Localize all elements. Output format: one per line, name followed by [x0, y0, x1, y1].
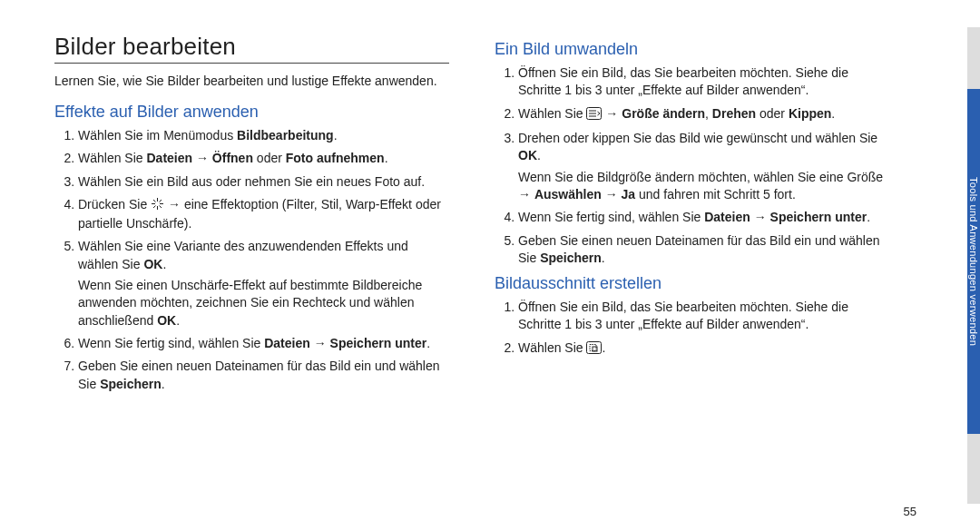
step-bold: Foto aufnehmen	[286, 151, 385, 165]
step-text: Wählen Sie im Menümodus	[78, 128, 237, 143]
page-number: 55	[904, 505, 916, 518]
step-bold: Größe ändern	[622, 106, 705, 121]
section-transform-title: Ein Bild umwandeln	[495, 40, 889, 59]
arrow: →	[192, 151, 212, 165]
page-content: Bilder bearbeiten Lernen Sie, wie Sie Bi…	[0, 0, 944, 531]
svg-line-6	[160, 200, 162, 202]
list-item: Wählen Sie ein Bild aus oder nehmen Sie …	[78, 173, 449, 191]
step-text: ,	[705, 106, 712, 121]
list-item: Wenn Sie fertig sind, wählen Sie Dateien…	[518, 209, 889, 226]
right-column: Ein Bild umwandeln Öffnen Sie ein Bild, …	[495, 33, 889, 513]
magic-effect-icon	[151, 197, 164, 215]
step-bold: Dateien	[264, 336, 310, 350]
step-text: Drücken Sie	[78, 197, 151, 211]
step-text: .	[831, 106, 835, 121]
step-text: Wenn Sie fertig sind, wählen Sie	[518, 210, 704, 224]
step-text: .	[867, 210, 870, 224]
arrow: →	[310, 336, 330, 350]
section-effects-title: Effekte auf Bilder anwenden	[54, 103, 449, 122]
crop-steps: Öffnen Sie ein Bild, das Sie bearbeiten …	[495, 299, 889, 359]
step-bold: OK	[518, 148, 537, 162]
list-item: Drehen oder kippen Sie das Bild wie gewü…	[518, 130, 889, 203]
step-bold: Bildbearbeitung	[237, 128, 334, 143]
title-rule	[54, 63, 449, 64]
step-text: Wählen Sie	[518, 340, 586, 355]
step-text: Wenn Sie fertig sind, wählen Sie	[78, 336, 264, 350]
list-item: Wählen Sie im Menümodus Bildbearbeitung.	[78, 127, 449, 144]
step-note: Wenn Sie einen Unschärfe-Effekt auf best…	[78, 277, 449, 329]
note-bold: Auswählen	[534, 187, 602, 202]
note-bold: OK	[157, 313, 176, 328]
step-text: .	[537, 148, 541, 162]
step-bold: OK	[143, 257, 162, 271]
svg-line-4	[153, 200, 156, 202]
step-bold: Dateien	[146, 151, 192, 165]
step-text: .	[385, 151, 388, 165]
step-text: .	[334, 128, 338, 143]
list-item: Öffnen Sie ein Bild, das Sie bearbeiten …	[518, 64, 889, 100]
step-text: .	[602, 251, 605, 265]
page-title: Bilder bearbeiten	[54, 33, 449, 61]
arrow: →	[750, 210, 770, 224]
note-text: Wenn Sie einen Unschärfe-Effekt auf best…	[78, 278, 422, 328]
list-item: Wählen Sie eine Variante des anzuwendend…	[78, 238, 449, 329]
step-bold: Speichern	[540, 251, 602, 265]
step-text: .	[162, 377, 165, 391]
svg-line-5	[160, 205, 162, 208]
transform-steps: Öffnen Sie ein Bild, das Sie bearbeiten …	[495, 64, 889, 267]
step-bold: Öffnen	[212, 151, 253, 165]
step-text: oder	[253, 151, 286, 165]
note-text: .	[176, 313, 180, 328]
step-text: Drehen oder kippen Sie das Bild wie gewü…	[518, 131, 877, 145]
note-text: und fahren mit Schritt 5 fort.	[635, 187, 796, 202]
svg-line-7	[153, 205, 156, 208]
note-bold: Ja	[622, 187, 636, 202]
menu-icon	[586, 107, 602, 124]
section-crop-title: Bildausschnitt erstellen	[495, 274, 889, 293]
step-text: Wählen Sie eine Variante des anzuwendend…	[78, 239, 408, 270]
step-text: .	[162, 257, 166, 271]
step-text: Wählen Sie	[518, 106, 586, 121]
step-text: .	[426, 336, 430, 350]
left-column: Bilder bearbeiten Lernen Sie, wie Sie Bi…	[54, 33, 449, 513]
step-text: Wählen Sie	[78, 151, 146, 165]
step-bold: Speichern unter	[770, 210, 867, 224]
list-item: Drücken Sie → eine Effektoption (Filter,…	[78, 196, 449, 233]
intro-text: Lernen Sie, wie Sie Bilder bearbeiten un…	[54, 73, 449, 90]
step-text: oder	[756, 106, 789, 121]
step-text: .	[602, 340, 605, 355]
arrow: →	[602, 187, 622, 202]
step-note: Wenn Sie die Bildgröße ändern möchten, w…	[518, 169, 889, 204]
side-tab-label: Tools und Anwendungen verwenden	[967, 89, 980, 434]
list-item: Wenn Sie fertig sind, wählen Sie Dateien…	[78, 335, 449, 352]
list-item: Wählen Sie .	[518, 339, 889, 359]
crop-icon	[586, 341, 602, 359]
step-bold: Drehen	[712, 106, 756, 121]
arrow: →	[602, 106, 622, 121]
list-item: Wählen Sie Dateien → Öffnen oder Foto au…	[78, 150, 449, 167]
effects-steps: Wählen Sie im Menümodus Bildbearbeitung.…	[54, 127, 449, 393]
step-bold: Speichern	[100, 377, 162, 391]
step-bold: Kippen	[789, 106, 831, 121]
list-item: Geben Sie einen neuen Dateinamen für das…	[78, 358, 449, 393]
list-item: Wählen Sie → Größe ändern, Drehen oder K…	[518, 105, 889, 124]
list-item: Öffnen Sie ein Bild, das Sie bearbeiten …	[518, 299, 889, 334]
list-item: Geben Sie einen neuen Dateinamen für das…	[518, 232, 889, 268]
step-bold: Dateien	[704, 210, 750, 224]
step-bold: Speichern unter	[330, 336, 427, 350]
svg-rect-12	[587, 341, 602, 353]
